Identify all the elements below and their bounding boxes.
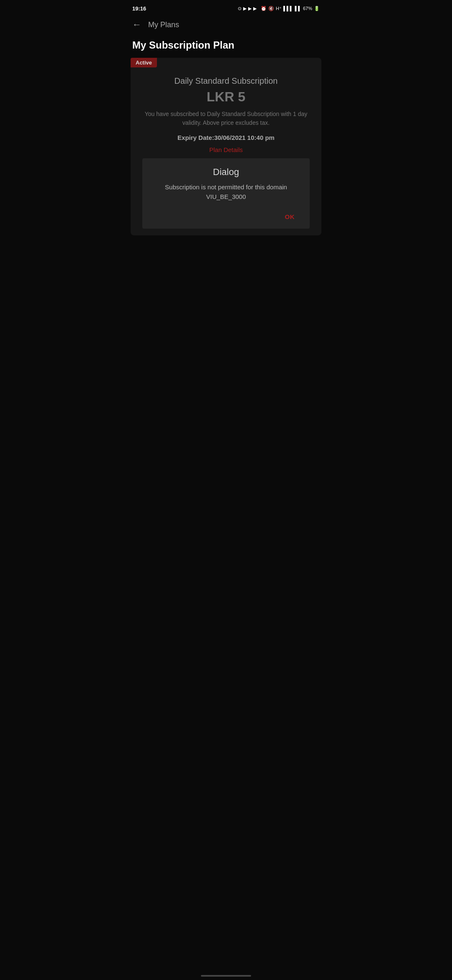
youtube-icon3: ▶ <box>253 6 257 11</box>
plan-details-link[interactable]: Plan Details <box>137 146 315 153</box>
network-icon: H⁺ <box>276 6 282 11</box>
plan-price: LKR 5 <box>137 89 315 105</box>
youtube-icon2: ▶ <box>248 6 252 11</box>
status-bar: 19:16 ⊙ ▶ ▶ ▶ ⏰ 🔇 H⁺ ▌▌▌ ▌▌ 67% 🔋 <box>126 0 326 15</box>
status-icons: ⊙ ▶ ▶ ▶ ⏰ 🔇 H⁺ ▌▌▌ ▌▌ 67% 🔋 <box>238 6 320 11</box>
dialog-box: Dialog Subscription is not permitted for… <box>142 158 310 229</box>
active-badge: Active <box>131 58 157 67</box>
battery-indicator: 67% <box>303 6 312 11</box>
whatsapp-icon: ⊙ <box>238 6 241 11</box>
page-title: My Subscription Plan <box>126 34 326 58</box>
status-time: 19:16 <box>132 5 146 12</box>
plan-name: Daily Standard Subscription <box>137 76 315 86</box>
dialog-actions: OK <box>151 208 301 224</box>
signal2-icon: ▌▌ <box>295 6 301 11</box>
expiry-date: Expiry Date:30/06/2021 10:40 pm <box>137 134 315 141</box>
battery-icon: 🔋 <box>314 6 320 11</box>
nav-title: My Plans <box>148 21 179 29</box>
plan-description: You have subscribed to Daily Standard Su… <box>137 110 315 127</box>
mute-icon: 🔇 <box>268 6 274 11</box>
youtube-icon: ▶ <box>243 6 247 11</box>
dialog-message: Subscription is not permitted for this d… <box>151 183 301 201</box>
back-button[interactable]: ← <box>132 20 141 29</box>
signal-icon: ▌▌▌ <box>283 6 293 11</box>
top-navigation: ← My Plans <box>126 15 326 34</box>
dialog-ok-button[interactable]: OK <box>278 210 302 224</box>
dialog-title: Dialog <box>151 167 301 178</box>
home-indicator <box>201 975 251 977</box>
alarm-icon: ⏰ <box>261 6 267 11</box>
subscription-card: Active Daily Standard Subscription LKR 5… <box>131 58 321 235</box>
